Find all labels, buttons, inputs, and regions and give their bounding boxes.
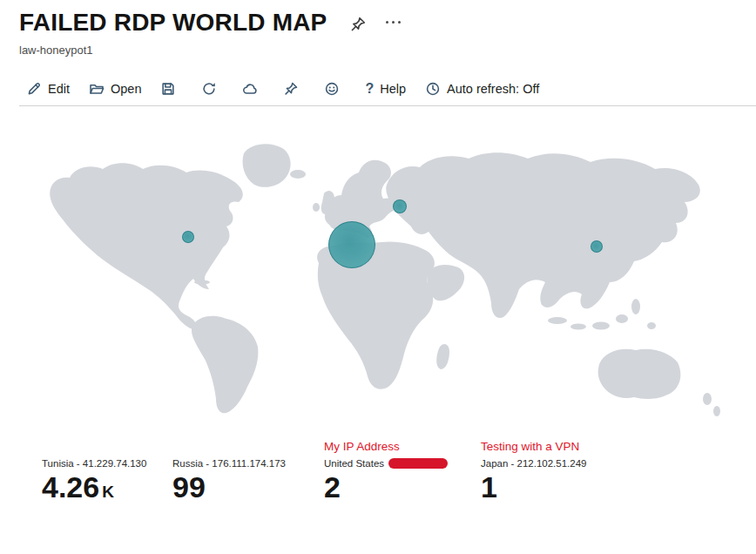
stat-united-states: My IP Address United States 2 xyxy=(324,440,448,503)
map-bubble-tunisia[interactable] xyxy=(328,221,375,268)
workbook-page: FAILED RDP WORLD MAP law-honeypot1 Edit xyxy=(0,0,756,554)
stat-russia: Russia - 176.111.174.173 99 xyxy=(172,440,286,503)
stat-tunisia: Tunisia - 41.229.74.130 4.26K xyxy=(42,440,146,503)
stat-value: 2 xyxy=(324,472,448,503)
stat-annotation xyxy=(172,440,286,456)
stat-value: 4.26K xyxy=(42,472,146,503)
stat-label: Russia - 176.111.174.173 xyxy=(172,458,286,469)
stat-unit: K xyxy=(102,483,114,501)
my-ip-annotation: My IP Address xyxy=(324,440,448,456)
stat-annotation xyxy=(42,440,146,456)
stat-label: Tunisia - 41.229.74.130 xyxy=(42,458,146,469)
stat-label: Japan - 212.102.51.249 xyxy=(481,458,587,469)
stat-label: United States xyxy=(324,458,384,469)
vpn-annotation: Testing with a VPN xyxy=(481,440,587,456)
ip-redaction-blob xyxy=(388,458,448,469)
map-bubble-japan[interactable] xyxy=(591,240,603,253)
stat-value: 1 xyxy=(481,472,587,503)
map-bubble-united-states[interactable] xyxy=(182,231,194,243)
map-bubble-russia[interactable] xyxy=(393,199,407,213)
stat-value: 99 xyxy=(172,472,286,503)
stat-japan: Testing with a VPN Japan - 212.102.51.24… xyxy=(481,440,587,503)
